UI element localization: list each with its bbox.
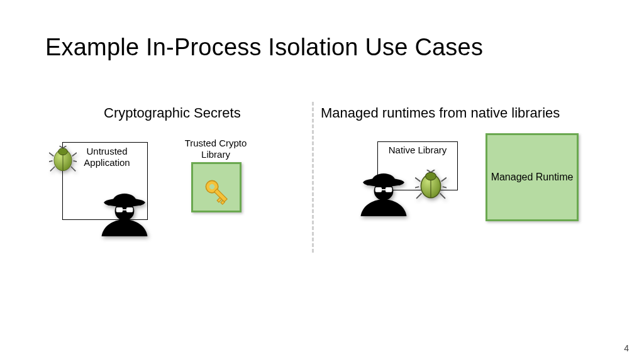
managed-runtime-label: Managed Runtime: [491, 171, 574, 184]
svg-line-27: [431, 170, 435, 172]
vertical-divider: [312, 102, 314, 253]
svg-line-26: [427, 170, 431, 172]
heading-crypto-secrets: Cryptographic Secrets: [104, 105, 241, 121]
spy-icon: [94, 177, 155, 240]
svg-line-32: [416, 194, 421, 199]
heading-managed-runtimes: Managed runtimes from native libraries: [321, 105, 560, 121]
svg-line-5: [74, 161, 77, 162]
svg-line-28: [415, 178, 420, 182]
svg-line-33: [440, 194, 445, 199]
page-number: 4: [624, 343, 629, 353]
native-library-label: Native Library: [379, 145, 456, 155]
untrusted-application-label: Untrusted Application: [72, 146, 142, 168]
slide: Example In-Process Isolation Use Cases C…: [0, 0, 644, 362]
managed-runtime-box: Managed Runtime: [486, 133, 579, 221]
svg-line-0: [60, 146, 64, 148]
svg-point-35: [426, 172, 436, 180]
svg-rect-24: [386, 187, 392, 192]
bug-icon: [415, 170, 447, 204]
svg-rect-13: [116, 207, 123, 212]
svg-line-30: [415, 187, 419, 188]
bug-icon: [49, 146, 77, 176]
svg-line-6: [50, 167, 55, 171]
spy-icon: [353, 157, 414, 220]
svg-rect-25: [382, 189, 386, 190]
svg-rect-19: [217, 197, 221, 202]
svg-point-10: [58, 148, 68, 155]
slide-title: Example In-Process Isolation Use Cases: [45, 34, 483, 61]
svg-line-29: [441, 178, 447, 182]
svg-line-2: [49, 153, 53, 156]
svg-line-7: [71, 167, 75, 171]
trusted-crypto-label: Trusted Crypto Library: [172, 138, 260, 160]
svg-rect-15: [123, 209, 126, 211]
svg-rect-14: [126, 207, 133, 212]
key-icon: [200, 175, 233, 210]
svg-line-31: [443, 187, 447, 188]
svg-rect-23: [375, 187, 382, 192]
svg-line-1: [63, 146, 67, 148]
svg-line-4: [49, 161, 53, 162]
svg-line-3: [72, 153, 77, 156]
